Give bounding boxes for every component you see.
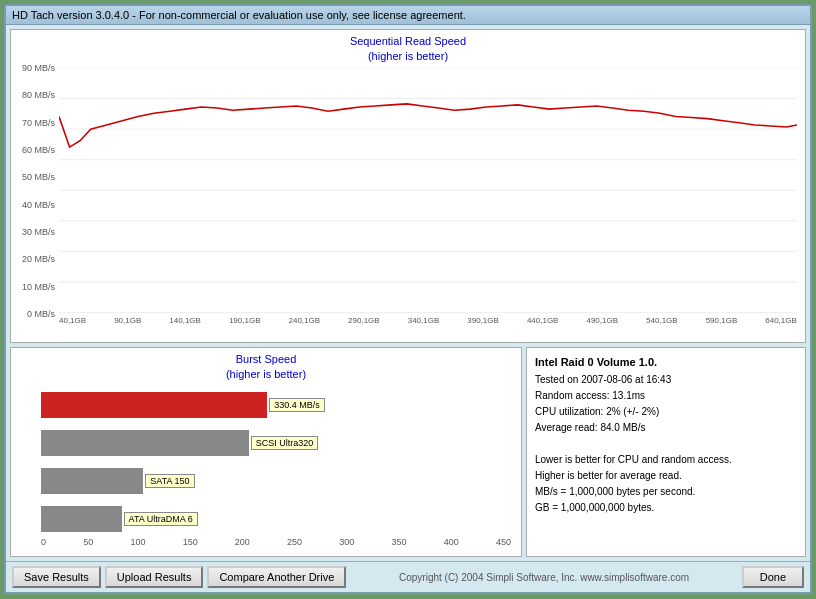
sequential-read-chart: Sequential Read Speed (higher is better)…	[10, 29, 806, 343]
y-axis-label: 80 MB/s	[22, 90, 55, 100]
burst-bar-row: SCSI Ultra320	[41, 429, 511, 457]
burst-bar-fill	[41, 506, 122, 532]
x-axis-label: 440,1GB	[527, 316, 559, 340]
y-axis-label: 90 MB/s	[22, 63, 55, 73]
info-line4: Average read: 84.0 MB/s	[535, 420, 797, 436]
x-axis-label: 190,1GB	[229, 316, 261, 340]
info-line6: Lower is better for CPU and random acces…	[535, 452, 797, 468]
x-axis-label: 240,1GB	[289, 316, 321, 340]
copyright-text: Copyright (C) 2004 Simpli Software, Inc.…	[350, 572, 737, 583]
info-line7: Higher is better for average read.	[535, 468, 797, 484]
x-axis-label: 540,1GB	[646, 316, 678, 340]
info-line3: CPU utilization: 2% (+/- 2%)	[535, 404, 797, 420]
y-axis-label: 10 MB/s	[22, 282, 55, 292]
burst-x-label: 350	[392, 537, 407, 547]
burst-chart: Burst Speed (higher is better) 330.4 MB/…	[10, 347, 522, 557]
burst-bar-row: ATA UltraDMA 6	[41, 505, 511, 533]
burst-x-label: 0	[41, 537, 46, 547]
x-axis-label: 640,1GB	[765, 316, 797, 340]
compare-drive-button[interactable]: Compare Another Drive	[207, 566, 346, 588]
burst-bar-fill	[41, 468, 143, 494]
burst-x-label: 200	[235, 537, 250, 547]
x-axis-label: 40,1GB	[59, 316, 86, 340]
x-axis-label: 590,1GB	[706, 316, 738, 340]
burst-bar-label: SATA 150	[145, 474, 194, 488]
title-text: HD Tach version 3.0.4.0 - For non-commer…	[12, 9, 466, 21]
bottom-bar: Save Results Upload Results Compare Anot…	[6, 561, 810, 592]
upload-results-button[interactable]: Upload Results	[105, 566, 204, 588]
info-line9: GB = 1,000,000,000 bytes.	[535, 500, 797, 516]
y-axis-label: 60 MB/s	[22, 145, 55, 155]
burst-bar-label: 330.4 MB/s	[269, 398, 325, 412]
burst-x-label: 100	[130, 537, 145, 547]
burst-bar-row: 330.4 MB/s	[41, 391, 511, 419]
burst-x-label: 250	[287, 537, 302, 547]
x-axis-label: 290,1GB	[348, 316, 380, 340]
burst-x-label: 450	[496, 537, 511, 547]
x-axis-label: 140,1GB	[169, 316, 201, 340]
y-axis-label: 20 MB/s	[22, 254, 55, 264]
save-results-button[interactable]: Save Results	[12, 566, 101, 588]
burst-bar-fill	[41, 430, 249, 456]
burst-chart-title: Burst Speed (higher is better)	[11, 348, 521, 383]
main-content: Sequential Read Speed (higher is better)…	[6, 25, 810, 561]
y-axis-label: 40 MB/s	[22, 200, 55, 210]
y-axis-labels: 90 MB/s80 MB/s70 MB/s60 MB/s50 MB/s40 MB…	[11, 68, 57, 314]
seq-read-svg	[59, 68, 797, 342]
burst-x-label: 50	[83, 537, 93, 547]
x-axis-label: 390,1GB	[467, 316, 499, 340]
done-button[interactable]: Done	[742, 566, 804, 588]
info-panel: Intel Raid 0 Volume 1.0. Tested on 2007-…	[526, 347, 806, 557]
y-axis-label: 30 MB/s	[22, 227, 55, 237]
x-axis-label: 90,1GB	[114, 316, 141, 340]
burst-x-label: 150	[183, 537, 198, 547]
burst-bar-label: ATA UltraDMA 6	[124, 512, 198, 526]
burst-x-label: 400	[444, 537, 459, 547]
info-line1: Tested on 2007-08-06 at 16:43	[535, 372, 797, 388]
burst-bar-label: SCSI Ultra320	[251, 436, 319, 450]
burst-bar-row: SATA 150	[41, 467, 511, 495]
burst-x-axis: 050100150200250300350400450	[41, 537, 511, 547]
app-window: HD Tach version 3.0.4.0 - For non-commer…	[4, 4, 812, 594]
y-axis-label: 70 MB/s	[22, 118, 55, 128]
bottom-section: Burst Speed (higher is better) 330.4 MB/…	[10, 347, 806, 557]
y-axis-label: 0 MB/s	[27, 309, 55, 319]
burst-bar-fill	[41, 392, 267, 418]
title-bar: HD Tach version 3.0.4.0 - For non-commer…	[6, 6, 810, 25]
info-line2: Random access: 13.1ms	[535, 388, 797, 404]
y-axis-label: 50 MB/s	[22, 172, 55, 182]
x-axis-labels: 40,1GB90,1GB140,1GB190,1GB240,1GB290,1GB…	[59, 316, 797, 340]
seq-chart-title: Sequential Read Speed (higher is better)	[11, 30, 805, 65]
info-line8: MB/s = 1,000,000 bytes per second.	[535, 484, 797, 500]
chart-drawing-area	[59, 68, 797, 314]
info-drive-title: Intel Raid 0 Volume 1.0.	[535, 354, 797, 372]
x-axis-label: 340,1GB	[408, 316, 440, 340]
burst-x-label: 300	[339, 537, 354, 547]
burst-bars-area: 330.4 MB/sSCSI Ultra320SATA 150ATA Ultra…	[11, 383, 521, 551]
x-axis-label: 490,1GB	[586, 316, 618, 340]
